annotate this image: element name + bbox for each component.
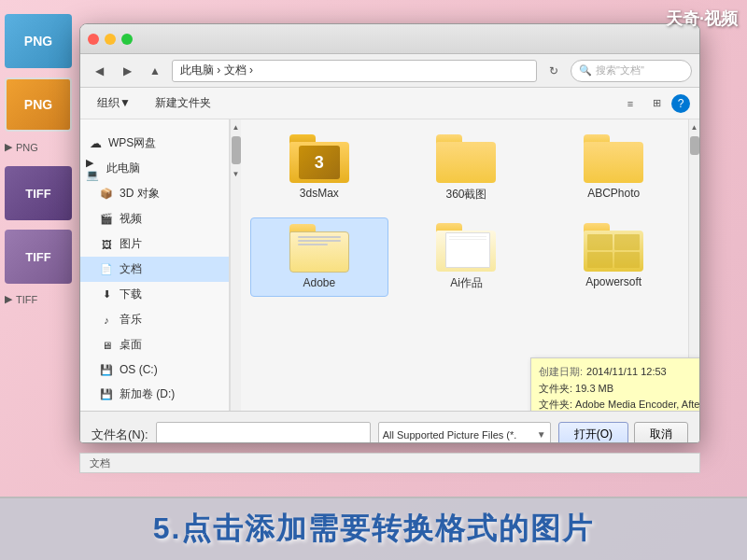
folder-icon-3dsmax: 3 (289, 134, 349, 183)
tiff-label-1: TIFF (25, 187, 50, 201)
view-btn-2[interactable]: ⊞ (645, 92, 668, 115)
tooltip-size: 文件夹: 19.3 MB (539, 381, 699, 398)
file-scroll-thumb[interactable] (690, 136, 699, 155)
tiff-arrow: ▶TIFF (5, 293, 75, 305)
nav-item-desktop[interactable]: 🖥 桌面 (80, 332, 229, 357)
nav-label-c: OS (C:) (120, 363, 158, 376)
wps-icon: ☁ (88, 136, 103, 151)
action-buttons: 打开(O) 取消 (558, 422, 688, 444)
scroll-up[interactable]: ▲ (231, 119, 242, 134)
nav-item-wps[interactable]: ☁ WPS网盘 (80, 131, 229, 156)
file-name-3dsmax: 3dsMax (300, 187, 339, 200)
nav-item-d[interactable]: 💾 新加卷 (D:) (80, 382, 229, 407)
new-folder-button[interactable]: 新建文件夹 (148, 91, 218, 116)
left-thumb-1: PNG (5, 14, 72, 68)
dropdown-arrow-icon: ▼ (537, 429, 546, 440)
maximize-btn[interactable] (121, 34, 133, 45)
nav-panel: ☁ WPS网盘 ▶ 💻 此电脑 📦 3D 对象 🎬 视频 (80, 119, 241, 411)
address-bar: ◀ ▶ ▲ 此电脑 › 文档 › ↻ 🔍 搜索"文档" (80, 54, 699, 88)
nav-item-downloads[interactable]: ⬇ 下载 (80, 282, 229, 307)
toolbar-right: ≡ ⊞ ? (619, 92, 690, 115)
file-dialog-window: ◀ ▶ ▲ 此电脑 › 文档 › ↻ 🔍 搜索"文档" 组织▼ 新建文件夹 ≡ … (79, 23, 700, 443)
folder-icon-ai (436, 223, 496, 272)
file-grid: 3 3dsMax 360截图 (241, 119, 699, 315)
left-panel: PNG PNG ▶PNG TIFF TIFF ▶TIFF (0, 0, 79, 497)
file-item-3dsmax[interactable]: 3 3dsMax (250, 129, 388, 208)
file-name-adobe: Adobe (303, 276, 335, 289)
status-text: 文档 (90, 456, 110, 470)
3d-icon: 📦 (99, 187, 114, 202)
file-item-adobe[interactable]: Adobe (250, 217, 388, 297)
toolbar: 组织▼ 新建文件夹 ≡ ⊞ ? (80, 88, 699, 119)
file-scroll-up[interactable]: ▲ (689, 119, 700, 134)
view-btn-1[interactable]: ≡ (619, 92, 641, 115)
drive-d-icon: 💾 (99, 387, 114, 402)
tooltip-popup: 创建日期: 2014/11/11 12:53 文件夹: 19.3 MB 文件夹:… (530, 357, 699, 411)
file-name-apowersoft: Apowersoft (585, 275, 641, 288)
nav-item-c[interactable]: 💾 OS (C:) (80, 357, 229, 382)
path-text: 此电脑 › 文档 › (180, 63, 253, 78)
file-item-360[interactable]: 360截图 (398, 129, 536, 208)
music-icon: ♪ (99, 313, 114, 328)
tiff-label-2: TIFF (25, 250, 50, 264)
left-thumb-4: TIFF (5, 230, 72, 284)
png-label-2: PNG (24, 97, 52, 112)
forward-button[interactable]: ▶ (116, 60, 138, 82)
address-path[interactable]: 此电脑 › 文档 › (172, 60, 537, 82)
nav-label-wps: WPS网盘 (108, 135, 156, 151)
file-item-apowersoft[interactable]: Apowersoft (544, 217, 683, 297)
file-item-ai[interactable]: Ai作品 (398, 217, 536, 297)
nav-item-pictures[interactable]: 🖼 图片 (80, 231, 229, 257)
nav-label-3d: 3D 对象 (120, 186, 160, 202)
nav-label-desktop: 桌面 (120, 337, 142, 353)
cancel-button[interactable]: 取消 (634, 422, 688, 444)
video-icon: 🎬 (99, 212, 114, 227)
nav-item-docs[interactable]: 📄 文档 (80, 257, 229, 282)
search-placeholder: 搜索"文档" (596, 63, 644, 77)
nav-item-3d[interactable]: 📦 3D 对象 (80, 181, 229, 206)
tooltip-date-label: 创建日期: (539, 364, 583, 381)
title-bar (80, 24, 699, 54)
tooltip-type: 文件夹: Adobe Media Encoder, After Effects.… (539, 397, 699, 411)
pictures-icon: 🖼 (99, 237, 114, 252)
left-thumb-3: TIFF (5, 166, 72, 220)
nav-label-pc: 此电脑 (106, 161, 140, 176)
caption-text: 5.点击添加需要转换格式的图片 (153, 509, 595, 550)
png-arrow: ▶PNG (5, 141, 75, 153)
nav-item-video[interactable]: 🎬 视频 (80, 206, 229, 231)
filename-label: 文件名(N): (92, 427, 148, 443)
nav-tree: ☁ WPS网盘 ▶ 💻 此电脑 📦 3D 对象 🎬 视频 (80, 125, 230, 411)
open-button[interactable]: 打开(O) (558, 422, 628, 444)
nav-item-pc[interactable]: ▶ 💻 此电脑 (80, 156, 229, 181)
close-btn[interactable] (88, 34, 99, 45)
tooltip-date: 创建日期: 2014/11/11 12:53 (539, 364, 699, 381)
docs-icon: 📄 (99, 262, 114, 277)
filetype-select[interactable]: All Supported Picture Files (*. ▼ (378, 422, 551, 444)
nav-scrollbar[interactable]: ▲ ▼ (230, 119, 241, 411)
help-button[interactable]: ? (671, 94, 690, 113)
status-bar: 文档 (79, 453, 700, 473)
nav-label-downloads: 下载 (120, 287, 142, 302)
scroll-down[interactable]: ▼ (231, 166, 242, 181)
back-button[interactable]: ◀ (88, 60, 110, 82)
filetype-label: All Supported Picture Files (*. (383, 429, 517, 441)
file-name-ai: Ai作品 (450, 275, 483, 291)
left-thumb-2: PNG (5, 77, 72, 132)
refresh-button[interactable]: ↻ (543, 60, 565, 82)
nav-label-video: 视频 (120, 211, 142, 227)
filename-input[interactable] (156, 422, 371, 444)
folder-icon-apowersoft (584, 223, 643, 272)
search-box[interactable]: 🔍 搜索"文档" (571, 60, 692, 82)
folder-icon-360 (436, 134, 496, 183)
minimize-btn[interactable] (105, 34, 116, 45)
up-button[interactable]: ▲ (144, 60, 166, 82)
drive-c-icon: 💾 (99, 362, 114, 377)
file-name-360: 360截图 (445, 187, 486, 203)
desktop-icon: 🖥 (99, 338, 114, 353)
organize-button[interactable]: 组织▼ (90, 91, 138, 116)
nav-item-music[interactable]: ♪ 音乐 (80, 307, 229, 332)
nav-label-pictures: 图片 (120, 236, 142, 252)
file-item-abcphoto[interactable]: ABCPhoto (544, 129, 683, 208)
nav-label-docs: 文档 (120, 261, 142, 277)
scroll-thumb[interactable] (232, 136, 241, 164)
